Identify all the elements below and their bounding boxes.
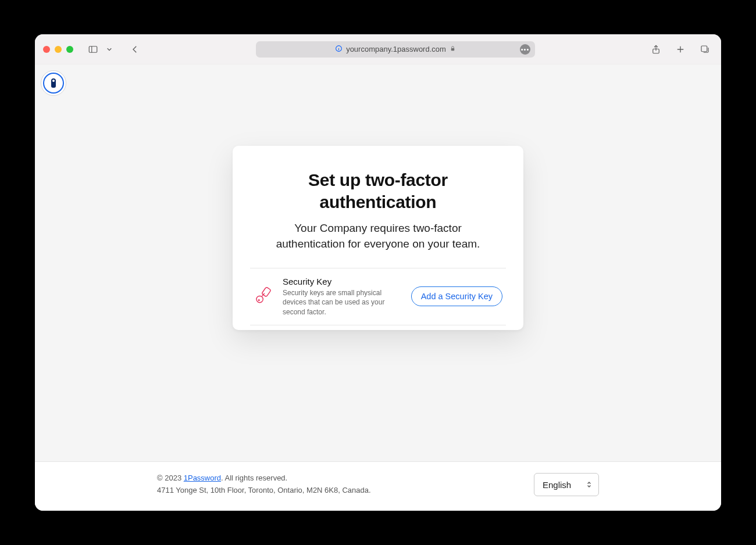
mfa-setup-card: Set up two-factor authentication Your Co… [233,146,523,330]
sidebar-toggle-icon[interactable] [85,42,101,56]
svg-rect-9 [701,46,707,52]
close-window-button[interactable] [43,46,50,53]
new-tab-icon[interactable] [672,42,689,56]
browser-toolbar: yourcompany.1password.com ••• [35,34,721,64]
tab-overview-icon[interactable] [697,42,713,56]
site-info-icon[interactable] [335,45,343,54]
copyright-prefix: © 2023 [157,474,184,482]
svg-rect-0 [89,46,97,52]
onepassword-logo[interactable] [41,70,66,96]
minimize-window-button[interactable] [55,46,62,53]
safari-window: yourcompany.1password.com ••• [35,34,721,511]
share-icon[interactable] [648,42,664,56]
language-select[interactable]: English [534,473,599,496]
svg-point-12 [258,299,260,301]
page-title: Set up two-factor authentication [250,169,506,213]
fullscreen-window-button[interactable] [66,46,73,53]
lock-icon [450,45,456,53]
svg-point-11 [256,296,263,303]
security-key-row: Security Key Security keys are small phy… [250,268,506,325]
language-selected-label: English [543,480,571,490]
footer-brand-link[interactable]: 1Password [184,474,221,482]
security-key-description: Security keys are small physical devices… [283,288,387,317]
page-footer: © 2023 1Password. All rights reserved. 4… [35,461,721,511]
page-subtitle: Your Company requires two-factor authent… [250,221,506,252]
security-key-title: Security Key [283,277,402,286]
address-bar[interactable]: yourcompany.1password.com ••• [256,41,535,58]
add-security-key-button[interactable]: Add a Security Key [411,286,502,306]
select-chevrons-icon [586,480,593,489]
back-button-icon[interactable] [127,42,143,56]
sidebar-menu-chevron-icon[interactable] [101,42,117,56]
footer-address: 4711 Yonge St, 10th Floor, Toronto, Onta… [157,485,371,497]
security-key-icon [254,285,273,307]
address-bar-text: yourcompany.1password.com [346,45,446,53]
copyright-suffix: . All rights reserved. [221,474,287,482]
page-actions-icon[interactable]: ••• [520,44,530,55]
page-body: Set up two-factor authentication Your Co… [35,64,721,461]
window-controls [43,46,73,53]
svg-rect-5 [451,48,455,51]
